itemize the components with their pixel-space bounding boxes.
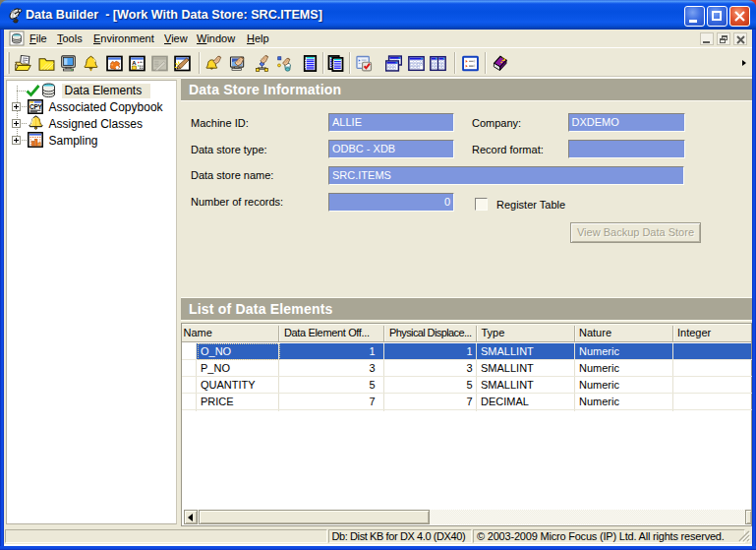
svg-text:CPY: CPY (29, 103, 42, 110)
